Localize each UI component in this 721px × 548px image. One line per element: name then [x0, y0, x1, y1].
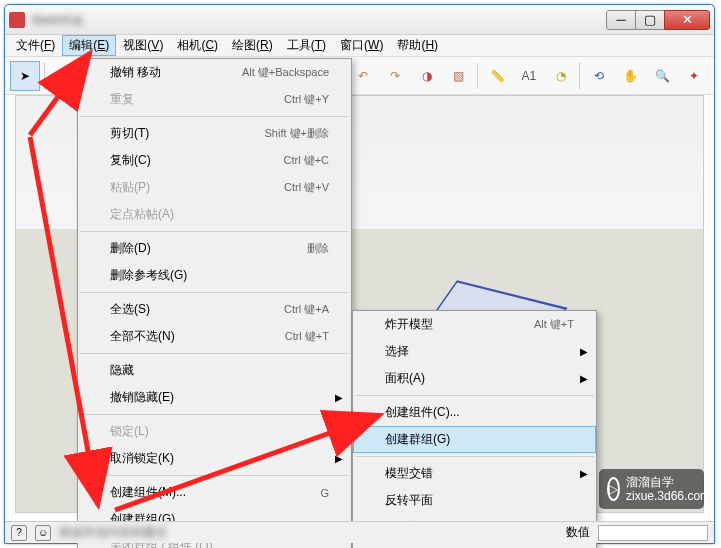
- context-submenu: 炸开模型Alt 键+T 选择▶ 面积(A)▶ 创建组件(C)... 创建群组(G…: [352, 310, 597, 548]
- tape-icon: 📏: [487, 66, 507, 86]
- menu-edit[interactable]: 编辑(E): [62, 35, 116, 56]
- play-icon: ▷: [607, 477, 620, 501]
- dimension-icon: A1: [519, 66, 539, 86]
- watermark: ▷ 溜溜自学 zixue.3d66.com: [599, 469, 704, 509]
- menu-cut[interactable]: 剪切(T)Shift 键+删除: [78, 120, 351, 147]
- tool-paint[interactable]: ▧: [444, 61, 474, 91]
- menu-unhide[interactable]: 撤销隐藏(E)▶: [78, 384, 351, 411]
- tool-tape[interactable]: 📏: [482, 61, 512, 91]
- edit-menu: 撤销 移动Alt 键+Backspace 重复Ctrl 键+Y 剪切(T)Shi…: [77, 58, 352, 548]
- submenu-area[interactable]: 面积(A)▶: [353, 365, 596, 392]
- menu-file[interactable]: 文件(F): [9, 35, 62, 56]
- menu-redo: 重复Ctrl 键+Y: [78, 86, 351, 113]
- maximize-button[interactable]: ▢: [635, 10, 665, 30]
- submenu-intersect[interactable]: 模型交错▶: [353, 460, 596, 487]
- status-value-label: 数值: [566, 524, 590, 541]
- submenu-explode[interactable]: 炸开模型Alt 键+T: [353, 311, 596, 338]
- status-value-field[interactable]: [598, 525, 708, 541]
- status-info-icon[interactable]: ?: [11, 525, 27, 541]
- tool-style[interactable]: ◑: [412, 61, 442, 91]
- menu-view[interactable]: 视图(V): [116, 35, 170, 56]
- redo-icon: ↷: [385, 66, 405, 86]
- menu-undo[interactable]: 撤销 移动Alt 键+Backspace: [78, 59, 351, 86]
- menu-camera[interactable]: 相机(C): [170, 35, 225, 56]
- window-title: SketchUp: [31, 13, 83, 27]
- chevron-right-icon: ▶: [335, 453, 343, 464]
- tool-pan[interactable]: ✋: [616, 61, 646, 91]
- chevron-right-icon: ▶: [580, 468, 588, 479]
- tool-orbit[interactable]: ⟲: [584, 61, 614, 91]
- submenu-make-group[interactable]: 创建群组(G): [353, 426, 596, 453]
- pan-icon: ✋: [621, 66, 641, 86]
- menu-unlock[interactable]: 取消锁定(K)▶: [78, 445, 351, 472]
- zoom-icon: 🔍: [653, 66, 673, 86]
- zoomextents-icon: ✦: [684, 66, 704, 86]
- style-icon: ◑: [417, 66, 437, 86]
- chevron-right-icon: ▶: [580, 373, 588, 384]
- undo-icon: ↶: [353, 66, 373, 86]
- chevron-right-icon: ▶: [335, 392, 343, 403]
- tool-protractor[interactable]: ◔: [546, 61, 576, 91]
- submenu-selection[interactable]: 选择▶: [353, 338, 596, 365]
- menu-hide[interactable]: 隐藏: [78, 357, 351, 384]
- menu-paste-inplace: 定点粘帖(A): [78, 201, 351, 228]
- menu-help[interactable]: 帮助(H): [390, 35, 445, 56]
- minimize-button[interactable]: ─: [606, 10, 636, 30]
- menu-draw[interactable]: 绘图(R): [225, 35, 280, 56]
- tool-redo[interactable]: ↷: [380, 61, 410, 91]
- menu-delete[interactable]: 删除(D)删除: [78, 235, 351, 262]
- app-icon: [9, 12, 25, 28]
- menubar: 文件(F) 编辑(E) 视图(V) 相机(C) 绘图(R) 工具(T) 窗口(W…: [5, 35, 714, 57]
- tool-undo[interactable]: ↶: [349, 61, 379, 91]
- protractor-icon: ◔: [551, 66, 571, 86]
- tool-zoom[interactable]: 🔍: [648, 61, 678, 91]
- menu-copy[interactable]: 复制(C)Ctrl 键+C: [78, 147, 351, 174]
- status-user-icon[interactable]: ☺: [35, 525, 51, 541]
- tool-zoomextents[interactable]: ✦: [679, 61, 709, 91]
- orbit-icon: ⟲: [589, 66, 609, 86]
- chevron-right-icon: ▶: [580, 346, 588, 357]
- menu-delete-guides[interactable]: 删除参考线(G): [78, 262, 351, 289]
- status-text: 根据所选内容的建议: [59, 524, 167, 541]
- tool-dimension[interactable]: A1: [514, 61, 544, 91]
- menu-tools[interactable]: 工具(T): [280, 35, 333, 56]
- menu-select-none[interactable]: 全部不选(N)Ctrl 键+T: [78, 323, 351, 350]
- submenu-reverse-face[interactable]: 反转平面: [353, 487, 596, 514]
- pointer-icon: ➤: [15, 66, 35, 86]
- menu-select-all[interactable]: 全选(S)Ctrl 键+A: [78, 296, 351, 323]
- watermark-url: zixue.3d66.com: [626, 489, 710, 503]
- menu-paste: 粘贴(P)Ctrl 键+V: [78, 174, 351, 201]
- statusbar: ? ☺ 根据所选内容的建议 数值: [5, 521, 714, 543]
- titlebar: SketchUp ─ ▢ ✕: [5, 5, 714, 35]
- close-button[interactable]: ✕: [664, 10, 710, 30]
- tool-select[interactable]: ➤: [10, 61, 40, 91]
- menu-window[interactable]: 窗口(W): [333, 35, 390, 56]
- paint-icon: ▧: [449, 66, 469, 86]
- menu-make-component[interactable]: 创建组件(M)...G: [78, 479, 351, 506]
- menu-lock: 锁定(L): [78, 418, 351, 445]
- watermark-title: 溜溜自学: [626, 475, 710, 489]
- submenu-make-component[interactable]: 创建组件(C)...: [353, 399, 596, 426]
